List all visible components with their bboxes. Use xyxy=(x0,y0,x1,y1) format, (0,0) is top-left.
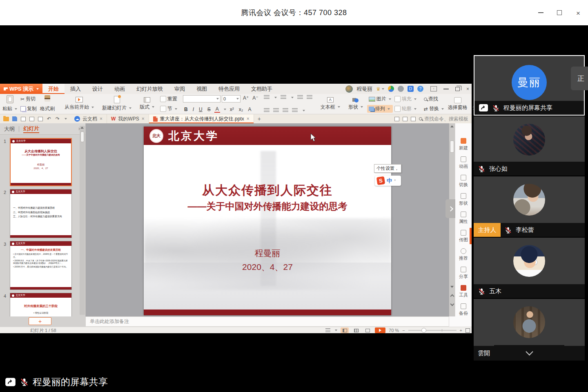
ribbon-tab-slideshow[interactable]: 幻灯片放映 xyxy=(131,84,169,94)
zoom-slider[interactable] xyxy=(408,330,457,331)
reset-button[interactable]: 重置 xyxy=(158,95,179,103)
tab-close-icon[interactable]: × xyxy=(247,116,249,122)
zoom-out-button[interactable]: − xyxy=(402,328,405,333)
increase-font-button[interactable]: A⁺ xyxy=(242,95,250,102)
numbered-list-icon[interactable] xyxy=(281,95,286,100)
ribbon-tab-special-features[interactable]: 特色应用 xyxy=(213,84,245,94)
ribbon-tab-doc-assistant[interactable]: 文档助手 xyxy=(245,84,278,94)
tab-close-icon[interactable]: × xyxy=(100,116,102,122)
align-center-icon[interactable] xyxy=(273,108,279,113)
close-button[interactable]: × xyxy=(575,9,581,16)
tab-close-icon[interactable]: × xyxy=(142,116,145,122)
replace-button[interactable]: ⇄替换 xyxy=(422,105,445,113)
format-painter-button[interactable]: 格式刷 xyxy=(38,105,56,113)
shape-button[interactable]: 形状 xyxy=(344,95,367,113)
wps-restore-button[interactable] xyxy=(455,87,460,91)
rail-item-transition[interactable]: 切换 xyxy=(459,175,468,188)
help-icon[interactable]: ? xyxy=(417,86,423,92)
selection-pane-button[interactable]: 选择窗格 xyxy=(445,95,470,113)
new-tab-button[interactable]: + xyxy=(254,114,265,123)
highlight-color-button[interactable]: A xyxy=(247,107,252,112)
cut-button[interactable]: ✂剪切 xyxy=(19,95,38,103)
thumbnail-scrollbar[interactable] xyxy=(80,126,85,315)
skin-icon[interactable] xyxy=(398,86,404,92)
align-left-icon[interactable] xyxy=(264,108,270,113)
undo-icon[interactable]: ↶ xyxy=(46,116,52,122)
vip-crown-badge[interactable]: ♛ xyxy=(376,86,384,92)
rail-item-new[interactable]: 新建 xyxy=(459,138,468,151)
align-right-icon[interactable] xyxy=(283,108,288,113)
font-color-button[interactable]: A xyxy=(214,106,220,113)
rail-item-share[interactable]: 分享 xyxy=(459,267,468,280)
bold-button[interactable]: B xyxy=(183,107,189,112)
zoom-slider-handle[interactable] xyxy=(421,328,426,333)
notes-input[interactable]: 单击此处添加备注 xyxy=(86,316,449,327)
minimize-button[interactable] xyxy=(537,9,544,16)
rail-collapse-handle[interactable] xyxy=(445,199,455,218)
print-preview-icon[interactable] xyxy=(38,116,43,122)
ribbon-tab-review[interactable]: 审阅 xyxy=(169,84,191,94)
font-name-select[interactable] xyxy=(183,95,220,102)
pointer-mode-icon[interactable] xyxy=(403,117,408,121)
open-folder-icon[interactable] xyxy=(3,116,9,122)
layout-button[interactable]: 版式 xyxy=(136,95,158,113)
account-name[interactable]: 程曼丽 xyxy=(356,85,372,93)
rail-item-animation[interactable]: 动画 xyxy=(459,156,468,169)
account-avatar[interactable] xyxy=(345,85,353,93)
line-spacing-icon[interactable] xyxy=(292,108,298,113)
output-icon[interactable] xyxy=(20,116,26,122)
slideshow-play-button[interactable] xyxy=(375,327,385,333)
ribbon-tab-design[interactable]: 设计 xyxy=(87,84,109,94)
bullet-list-icon[interactable] xyxy=(264,95,270,100)
slide-thumbnail-1[interactable]: 北京大学 从大众传播到人际交往 ——关于中国对外传播能力建设的思考 程曼丽 20… xyxy=(10,138,72,186)
search-command-input[interactable]: 查找命令、搜索模板 xyxy=(419,116,470,122)
decrease-font-button[interactable]: A⁻ xyxy=(251,95,259,102)
fill-button[interactable]: 填充 xyxy=(393,95,418,103)
ribbon-tab-view[interactable]: 视图 xyxy=(191,84,213,94)
participant-tile[interactable]: 张心如 xyxy=(474,116,585,176)
strikethrough-button[interactable]: S xyxy=(206,107,212,112)
underline-button[interactable]: U xyxy=(198,107,204,112)
participant-tile-sharing[interactable]: 曼丽 程曼丽的屏幕共享 xyxy=(474,55,585,116)
scroll-down-icon[interactable] xyxy=(450,286,454,288)
doc-tab-my-wps[interactable]: W 我的WPS × xyxy=(107,114,149,123)
docer-icon[interactable]: D xyxy=(408,86,414,92)
indent-decrease-icon[interactable] xyxy=(297,95,303,100)
participant-tile-host[interactable]: 主持人 李松蕾 xyxy=(474,176,585,237)
doc-tab-cloud[interactable]: ☁ 云文档 × xyxy=(70,114,107,123)
ime-mode-chinese[interactable]: 中 xyxy=(387,177,392,185)
pane-mode-icon[interactable] xyxy=(411,117,416,121)
italic-button[interactable]: I xyxy=(192,107,195,112)
rail-item-tools[interactable]: 工具 xyxy=(459,285,468,298)
reading-view-button[interactable] xyxy=(363,327,372,333)
redo-icon[interactable]: ↷ xyxy=(55,116,60,122)
add-slide-button[interactable]: + xyxy=(29,317,51,325)
arrange-button[interactable]: 排列 xyxy=(367,105,393,113)
participant-tile[interactable]: 五木 xyxy=(474,238,585,298)
slide-sorter-button[interactable] xyxy=(352,327,360,333)
doc-tab-presentation[interactable]: 重大讲座：从大众传播到人际交往.pptx × xyxy=(149,114,254,123)
hide-ribbon-button[interactable]: ↑ xyxy=(430,86,437,91)
font-size-select[interactable]: 0 xyxy=(222,95,241,102)
picture-button[interactable]: 图片 xyxy=(367,95,393,103)
previous-slide-button[interactable] xyxy=(450,294,454,299)
scrollbar-thumb[interactable] xyxy=(80,131,84,142)
slide-scrollbar[interactable] xyxy=(449,123,455,316)
rail-item-recommend[interactable]: 推荐 xyxy=(459,248,468,261)
rail-item-shape[interactable]: 形状 xyxy=(459,193,468,206)
cloud-drive-icon[interactable] xyxy=(388,86,394,92)
paste-button[interactable]: 粘贴 xyxy=(1,105,19,113)
collapse-participants-button[interactable] xyxy=(494,345,564,361)
new-slide-button[interactable]: 新建幻灯片 xyxy=(98,95,136,113)
tab-slides[interactable]: 幻灯片 xyxy=(23,125,39,133)
wps-app-button[interactable]: WPS 演示 xyxy=(0,84,42,94)
superscript-button[interactable]: x² xyxy=(229,107,235,112)
slide-thumbnail-3[interactable]: 北京大学 一、中国对外传播建设的发展历程 • 在中国对外传播的发展历程中，200… xyxy=(10,241,72,290)
save-icon[interactable] xyxy=(12,116,18,122)
print-icon[interactable] xyxy=(29,116,35,122)
wps-minimize-button[interactable] xyxy=(443,89,449,89)
ribbon-tab-insert[interactable]: 插入 xyxy=(65,84,87,94)
ribbon-tab-home[interactable]: 开始 xyxy=(42,84,65,94)
rail-item-backup[interactable]: 备份 xyxy=(459,303,468,316)
rail-item-properties[interactable]: 属性 xyxy=(459,212,468,225)
